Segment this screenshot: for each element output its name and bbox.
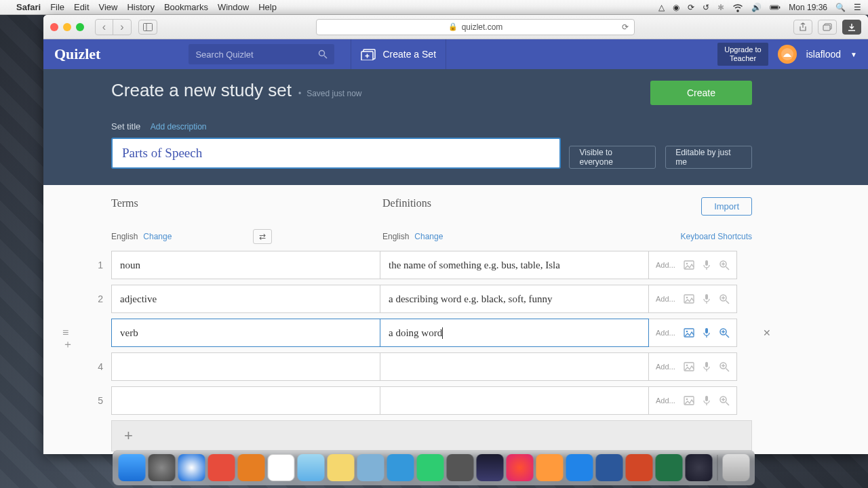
upgrade-button[interactable]: Upgrade to Teacher [717,43,768,66]
dock-preview[interactable] [357,454,384,481]
delete-row-icon[interactable]: ✕ [763,327,771,338]
dock-photos[interactable] [298,454,325,481]
term-input[interactable]: adjective [111,285,380,313]
audio-icon[interactable] [703,327,711,338]
audio-icon[interactable] [703,260,711,270]
term-input[interactable]: verb [111,319,380,347]
dock-appstore[interactable] [566,454,593,481]
quizlet-logo[interactable]: Quizlet [54,45,100,63]
zoom-icon[interactable] [719,327,730,338]
insert-row-icon[interactable]: ＋ [62,338,73,352]
dock-app4[interactable] [208,454,235,481]
zoom-icon[interactable] [719,361,730,372]
dock-notes[interactable] [328,454,355,481]
create-button[interactable]: Create [650,81,752,105]
dock-quicktime[interactable] [686,454,713,481]
wifi-icon[interactable] [732,3,743,12]
editable-button[interactable]: Editable by just me [665,146,752,169]
forward-button[interactable]: › [113,20,131,35]
term-input[interactable] [111,386,380,415]
dock-safari[interactable] [178,454,205,481]
username[interactable]: islaflood [806,49,841,60]
address-bar[interactable]: 🔒 quizlet.com ⟳ [316,19,635,35]
svg-rect-24 [705,328,708,333]
menu-file[interactable]: File [50,2,64,12]
visibility-button[interactable]: Visible to everyone [569,146,656,169]
dock-itunes[interactable] [507,454,534,481]
image-icon[interactable] [684,294,694,304]
image-icon[interactable] [684,260,694,270]
change-term-lang[interactable]: Change [143,232,172,241]
battery-icon[interactable] [770,3,781,12]
timemachine-icon[interactable]: ↺ [703,3,709,12]
image-icon[interactable] [684,328,694,338]
term-input[interactable]: noun [111,251,380,279]
dock-pages[interactable] [447,454,474,481]
share-button[interactable] [793,20,812,35]
tabs-button[interactable] [818,20,837,35]
dock-launchpad[interactable] [149,454,176,481]
zoom-icon[interactable] [719,260,730,270]
dock-trash[interactable] [723,454,750,481]
downloads-button[interactable] [842,20,861,35]
set-title-input[interactable]: Parts of Speech [111,138,561,169]
definition-input[interactable]: a doing word [380,319,649,347]
window-close[interactable] [50,23,58,31]
swap-columns-button[interactable]: ⇄ [253,229,272,244]
audio-icon[interactable] [703,395,711,406]
create-set-label: Create a Set [382,49,436,60]
drive-icon[interactable]: △ [658,3,665,12]
dock-app5[interactable] [238,454,265,481]
zoom-icon[interactable] [719,395,730,406]
dock-facetime[interactable] [417,454,444,481]
window-minimize[interactable] [63,23,71,31]
record-icon[interactable]: ◉ [673,3,679,12]
mac-menubar: Safari File Edit View History Bookmarks … [0,0,868,15]
spotlight-icon[interactable]: 🔍 [835,3,846,12]
menu-edit[interactable]: Edit [74,2,89,12]
zoom-icon[interactable] [719,293,730,304]
dock-word[interactable] [596,454,623,481]
search-input[interactable]: Search Quizlet [189,44,334,64]
back-button[interactable]: ‹ [96,20,113,35]
dock-calendar[interactable] [268,454,295,481]
svg-rect-1 [771,6,778,9]
menubar-clock[interactable]: Mon 19:36 [789,3,827,12]
bluetooth-icon[interactable]: ✱ [717,3,724,12]
menu-icon[interactable]: ☰ [854,3,861,12]
volume-icon[interactable]: 🔊 [751,3,762,12]
create-set-button[interactable]: Create a Set [351,39,446,69]
menubar-app[interactable]: Safari [16,2,41,12]
import-button[interactable]: Import [701,197,752,216]
term-input[interactable] [111,352,380,381]
dock-messages[interactable] [387,454,414,481]
definition-input[interactable]: the name of something e.g. bus, table, I… [380,251,649,279]
add-description-link[interactable]: Add description [151,122,207,131]
menu-window[interactable]: Window [218,2,249,12]
dock-finder[interactable] [119,454,146,481]
menu-history[interactable]: History [127,2,154,12]
change-def-lang[interactable]: Change [414,232,443,241]
avatar[interactable] [778,45,797,64]
image-icon[interactable] [684,362,694,371]
definition-input[interactable]: a describing word e.g. black, soft, funn… [380,285,649,313]
audio-icon[interactable] [703,361,711,372]
audio-icon[interactable] [703,293,711,304]
dock-app13[interactable] [477,454,504,481]
dock-powerpoint[interactable] [626,454,653,481]
menu-view[interactable]: View [99,2,118,12]
reload-icon[interactable]: ⟳ [622,22,629,32]
dock-excel[interactable] [656,454,683,481]
definition-input[interactable] [380,386,649,415]
window-zoom[interactable] [76,23,84,31]
dock-ibooks[interactable] [536,454,564,481]
sync-icon[interactable]: ⟳ [688,3,694,12]
menu-help[interactable]: Help [258,2,277,12]
add-row-button[interactable]: + [111,420,752,451]
sidebar-button[interactable] [138,20,157,35]
user-menu-caret[interactable]: ▼ [850,51,857,58]
menu-bookmarks[interactable]: Bookmarks [164,2,208,12]
keyboard-shortcuts-link[interactable]: Keyboard Shortcuts [681,232,752,241]
definition-input[interactable] [380,352,649,381]
image-icon[interactable] [684,396,694,405]
